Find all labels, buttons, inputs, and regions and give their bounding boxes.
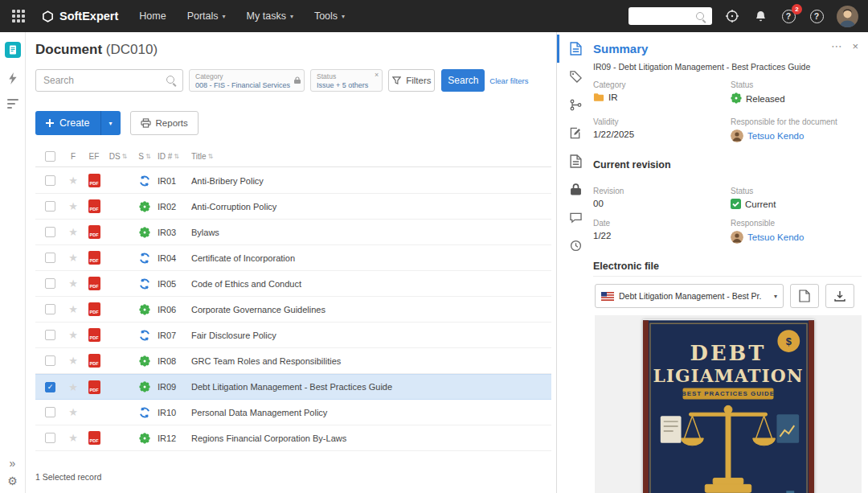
row-checkbox[interactable] [45,407,55,417]
row-title[interactable]: GRC Team Roles and Responsibilities [191,356,551,366]
support-icon[interactable]: ? 2 [780,8,796,24]
expand-chevrons-icon[interactable]: » [10,458,16,469]
revision-responsible-link[interactable]: Tetsuo Kendo [747,232,804,242]
document-cover-image[interactable]: $ DEBT LIGIAMATION BEST PRACTICES GUIDE [643,319,814,493]
col-title[interactable]: Title⇅ [191,152,551,161]
col-status[interactable]: S⇅ [132,152,158,161]
row-checkbox[interactable] [45,201,55,212]
filter-chip-status[interactable]: Status Issue + 5 others × [310,69,383,92]
row-checkbox[interactable] [45,278,55,289]
pdf-icon[interactable]: PDF [88,199,100,213]
tab-file-lines-icon[interactable] [557,147,592,175]
row-checkbox[interactable] [45,227,55,237]
row-title[interactable]: Personal Data Management Policy [191,408,551,417]
pdf-icon[interactable]: PDF [88,431,100,445]
help-icon[interactable]: ? [809,8,825,24]
download-button[interactable] [825,284,854,308]
file-view-button[interactable] [790,284,819,308]
apps-grid-icon[interactable] [8,6,29,27]
pdf-icon[interactable]: PDF [88,380,100,394]
more-options-icon[interactable]: ⋯ [831,39,842,52]
col-favorite[interactable]: F [63,152,84,161]
table-row[interactable]: ★ PDF IR06 Corporate Governance Guidelin… [35,297,551,323]
table-row[interactable]: ★ PDF IR02 Anti-Corruption Policy [35,194,551,220]
nav-tools[interactable]: Tools▾ [314,10,345,22]
chip-remove-icon[interactable]: × [375,71,379,79]
table-row[interactable]: ★ PDF IR04 Certificate of Incorporation [35,245,551,271]
table-row[interactable]: ✓ ★ PDF IR09 Debt Litigation Management … [35,374,551,400]
settings-gear-icon[interactable]: ⚙ [7,475,18,487]
tab-tag-icon[interactable] [557,63,592,91]
row-title[interactable]: Fair Disclosure Policy [191,331,551,340]
favorite-star-icon[interactable]: ★ [68,253,78,263]
electronic-file-select[interactable]: Debt Litigation Management - Best Pr. ▾ [595,284,784,308]
favorite-star-icon[interactable]: ★ [68,175,78,186]
row-checkbox[interactable] [45,355,55,366]
row-title[interactable]: Debt Litigation Management - Best Practi… [191,382,551,392]
row-checkbox[interactable] [45,433,55,443]
row-title[interactable]: Bylaws [191,228,551,237]
favorite-star-icon[interactable]: ★ [68,355,78,366]
pdf-icon[interactable]: PDF [88,354,100,368]
row-checkbox[interactable] [45,175,55,186]
tab-summary-document-icon[interactable] [557,35,592,63]
bell-icon[interactable] [752,8,768,24]
tab-form-pencil-icon[interactable] [557,119,592,147]
search-button[interactable]: Search [441,69,485,92]
row-title[interactable]: Regions Financial Corporation By-Laws [191,433,551,443]
pdf-icon[interactable]: PDF [88,251,100,265]
row-checkbox[interactable] [45,253,55,263]
sort-icon[interactable]: ⇅ [174,153,179,160]
select-all-checkbox[interactable] [45,151,55,162]
tab-comment-icon[interactable] [557,203,592,232]
nav-portals[interactable]: Portals▾ [187,10,226,22]
tab-branch-icon[interactable] [557,91,592,119]
col-id[interactable]: ID #⇅ [158,152,191,161]
favorite-star-icon[interactable]: ★ [68,330,78,340]
pdf-icon[interactable]: PDF [88,174,100,187]
row-checkbox[interactable] [45,330,55,340]
row-checkbox[interactable]: ✓ [45,382,55,392]
row-checkbox[interactable] [45,304,55,314]
pdf-icon[interactable]: PDF [88,302,100,316]
brand-logo[interactable]: SoftExpert [42,10,118,23]
sort-icon[interactable]: ⇅ [145,153,151,160]
create-dropdown-button[interactable]: ▾ [100,111,121,135]
row-title[interactable]: Anti-Bribery Policy [191,176,551,186]
table-row[interactable]: ★ PDF IR07 Fair Disclosure Policy [35,323,551,348]
row-title[interactable]: Certificate of Incorporation [191,253,551,263]
nav-home[interactable]: Home [139,10,166,22]
table-row[interactable]: ★ PDF IR08 GRC Team Roles and Responsibi… [35,348,551,374]
filters-button[interactable]: Filters [388,69,435,92]
favorite-star-icon[interactable]: ★ [68,304,78,314]
favorite-star-icon[interactable]: ★ [68,201,78,212]
favorite-star-icon[interactable]: ★ [68,433,78,443]
table-row[interactable]: ★ PDF IR12 Regions Financial Corporation… [35,425,551,451]
table-row[interactable]: ★ PDF IR01 Anti-Bribery Policy [35,168,551,194]
row-title[interactable]: Anti-Corruption Policy [191,202,551,212]
pdf-icon[interactable]: PDF [88,277,100,290]
favorite-star-icon[interactable]: ★ [68,227,78,237]
responsible-link[interactable]: Tetsuo Kendo [747,131,804,141]
table-row[interactable]: ★ PDF IR10 Personal Data Management Poli… [35,400,551,425]
favorite-star-icon[interactable]: ★ [68,382,78,392]
lightning-icon[interactable] [7,72,18,86]
tab-lock-icon[interactable] [557,175,592,203]
table-row[interactable]: ★ PDF IR03 Bylaws [35,220,551,245]
favorite-star-icon[interactable]: ★ [68,407,78,417]
list-search-input[interactable] [35,69,183,92]
reports-button[interactable]: Reports [130,111,199,135]
row-title[interactable]: Code of Ethics and Conduct [191,279,551,289]
filter-chip-category[interactable]: Category 008 - FIS - Financial Services [189,69,305,92]
document-module-icon[interactable] [5,42,21,60]
tab-history-clock-icon[interactable] [557,232,592,260]
user-avatar[interactable] [837,6,858,27]
target-icon[interactable] [724,8,740,24]
col-ds[interactable]: DS⇅ [104,152,132,161]
close-icon[interactable]: × [852,40,858,52]
col-electronic-file[interactable]: EF [84,152,104,161]
favorite-star-icon[interactable]: ★ [68,278,78,289]
row-title[interactable]: Corporate Governance Guidelines [191,305,551,314]
pdf-icon[interactable]: PDF [88,328,100,342]
clear-filters-link[interactable]: Clear filters [489,76,528,85]
